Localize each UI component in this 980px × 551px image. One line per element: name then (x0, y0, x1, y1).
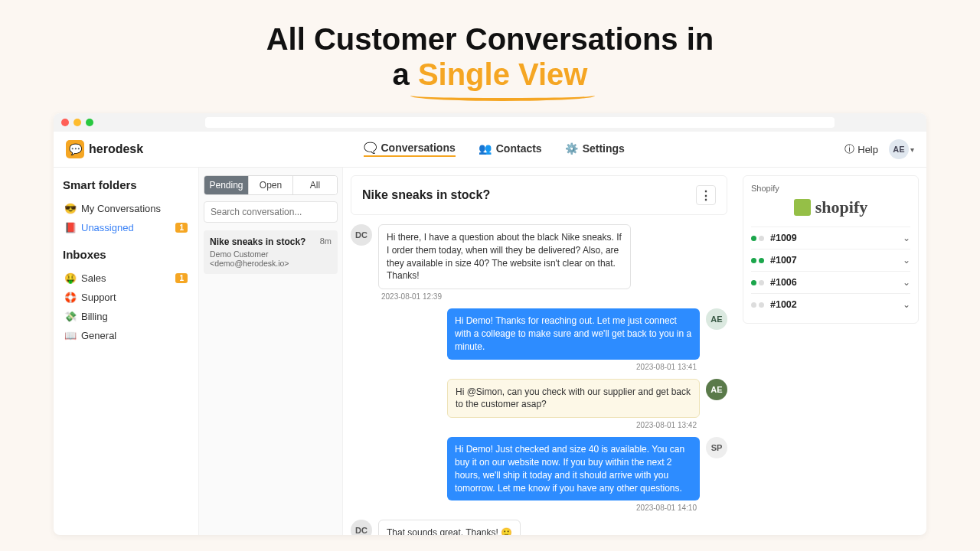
card-from: Demo Customer <demo@herodesk.io> (210, 249, 332, 268)
status-dots (751, 236, 764, 241)
order-row[interactable]: #1007 ⌄ (751, 249, 910, 271)
sidebar-item-general[interactable]: 📖 General (63, 326, 189, 345)
status-dots (751, 302, 764, 308)
timestamp: 2023-08-01 12:39 (381, 292, 727, 301)
sidebar-item-label: Sales (81, 272, 106, 284)
browser-window: 💬 herodesk 🗨️ Conversations 👥 Contacts ⚙… (54, 113, 926, 535)
browser-chrome (54, 113, 926, 132)
avatar: SP (706, 437, 727, 458)
hero-line2: a Single View (0, 57, 980, 92)
timestamp: 2023-08-01 14:10 (351, 504, 697, 512)
order-id: #1002 (770, 299, 797, 310)
chevron-down-icon: ⌄ (903, 255, 910, 266)
help-circle-icon: ⓘ (844, 142, 854, 156)
thread-header: Nike sneaks in stock? ⋮ (351, 175, 727, 215)
sidebar-item-label: Unassigned (81, 222, 134, 233)
sidebar-item-unassigned[interactable]: 📕 Unassigned 1 (63, 218, 189, 237)
message-bubble: That sounds great. Thanks! 🙂 (378, 520, 521, 535)
topbar: 💬 herodesk 🗨️ Conversations 👥 Contacts ⚙… (54, 132, 926, 168)
status-dots (751, 280, 764, 285)
thread-pane: Nike sneaks in stock? ⋮ DC Hi there, I h… (343, 168, 735, 535)
order-id: #1006 (770, 277, 797, 288)
sidebar-item-label: My Conversations (81, 203, 161, 214)
tab-open[interactable]: Open (248, 176, 292, 194)
window-close-dot[interactable] (61, 119, 69, 126)
message-incoming: DC Hi there, I have a question about the… (351, 224, 727, 289)
card-time: 8m (320, 236, 332, 247)
nav-conversations[interactable]: 🗨️ Conversations (364, 142, 456, 157)
brand-name: herodesk (89, 142, 143, 156)
notebook-icon: 📖 (64, 330, 77, 341)
more-vertical-icon: ⋮ (700, 188, 712, 203)
sidebar-item-sales[interactable]: 🤑 Sales 1 (63, 269, 189, 288)
search-input[interactable] (204, 201, 338, 223)
shopify-logo: shopify (751, 197, 910, 217)
shopify-card: Shopify shopify #1009 ⌄ #1007 ⌄ # (743, 175, 919, 324)
message-bubble: Hi Demo! Just checked and size 40 is ava… (447, 437, 700, 500)
money-icon: 💸 (64, 311, 77, 322)
order-row[interactable]: #1009 ⌄ (751, 227, 910, 249)
shopify-bag-icon (794, 199, 811, 216)
avatar: AE (706, 308, 727, 330)
hero-highlight: Single View (418, 57, 588, 92)
chevron-down-icon: ⌄ (903, 233, 910, 243)
nav-settings[interactable]: ⚙️ Settings (565, 142, 625, 157)
timestamp: 2023-08-01 13:42 (351, 421, 697, 429)
avatar: AE (706, 379, 727, 400)
order-row[interactable]: #1002 ⌄ (751, 293, 910, 315)
count-badge: 1 (175, 223, 188, 233)
order-id: #1007 (770, 255, 797, 266)
avatar: DC (351, 224, 372, 246)
conversation-list: Pending Open All Nike sneaks in stock? 8… (199, 168, 343, 535)
message-incoming: DC That sounds great. Thanks! 🙂 (351, 520, 727, 535)
avatar: DC (351, 520, 372, 535)
hero-line1: All Customer Conversations in (0, 21, 980, 57)
chevron-down-icon: ⌄ (903, 299, 910, 310)
inboxes-heading: Inboxes (63, 248, 189, 261)
more-menu-button[interactable]: ⋮ (696, 185, 716, 205)
gear-icon: ⚙️ (565, 142, 578, 155)
help-link[interactable]: ⓘ Help (844, 142, 878, 156)
count-badge: 1 (175, 273, 188, 283)
conversation-card[interactable]: Nike sneaks in stock? 8m Demo Customer <… (204, 230, 338, 274)
sidebar-item-my-conversations[interactable]: 😎 My Conversations (63, 199, 189, 218)
sidebar-item-support[interactable]: 🛟 Support (63, 288, 189, 307)
timestamp: 2023-08-01 13:41 (351, 363, 697, 371)
thread-title: Nike sneaks in stock? (362, 188, 490, 202)
integrations-panel: Shopify shopify #1009 ⌄ #1007 ⌄ # (735, 168, 926, 535)
smart-folders-heading: Smart folders (63, 178, 189, 191)
cool-face-icon: 😎 (64, 203, 77, 214)
message-outgoing: Hi Demo! Thanks for reaching out. Let me… (351, 308, 727, 359)
tab-all[interactable]: All (292, 176, 337, 194)
window-max-dot[interactable] (86, 119, 93, 126)
order-row[interactable]: #1006 ⌄ (751, 271, 910, 293)
url-bar[interactable] (205, 117, 835, 128)
order-id: #1009 (770, 233, 797, 243)
tab-pending[interactable]: Pending (204, 176, 248, 194)
sidebar-item-billing[interactable]: 💸 Billing (63, 307, 189, 326)
hero-title: All Customer Conversations in a Single V… (0, 0, 980, 92)
nav-contacts[interactable]: 👥 Contacts (479, 142, 542, 157)
chat-icon: 💬 (66, 140, 84, 158)
lifebuoy-icon: 🛟 (64, 292, 77, 303)
brand-logo[interactable]: 💬 herodesk (66, 140, 143, 158)
user-menu[interactable]: AE ▾ (889, 139, 914, 159)
main-nav: 🗨️ Conversations 👥 Contacts ⚙️ Settings (364, 142, 625, 157)
status-tabs: Pending Open All (204, 175, 338, 195)
sidebar: Smart folders 😎 My Conversations 📕 Unass… (54, 168, 199, 535)
message-outgoing: Hi Demo! Just checked and size 40 is ava… (351, 437, 727, 500)
shopify-label: Shopify (751, 184, 910, 193)
book-icon: 📕 (64, 222, 77, 233)
money-face-icon: 🤑 (64, 272, 77, 284)
chevron-down-icon: ▾ (910, 145, 914, 154)
status-dots (751, 258, 764, 263)
window-min-dot[interactable] (74, 119, 81, 126)
sidebar-item-label: Support (81, 292, 116, 303)
card-subject: Nike sneaks in stock? (210, 236, 305, 247)
message-bubble: Hi there, I have a question about the bl… (378, 224, 631, 289)
message-note: Hi @Simon, can you check with our suppli… (351, 379, 727, 419)
sidebar-item-label: General (81, 330, 116, 341)
sidebar-item-label: Billing (81, 311, 108, 322)
people-icon: 👥 (479, 142, 492, 155)
chevron-down-icon: ⌄ (903, 277, 910, 288)
